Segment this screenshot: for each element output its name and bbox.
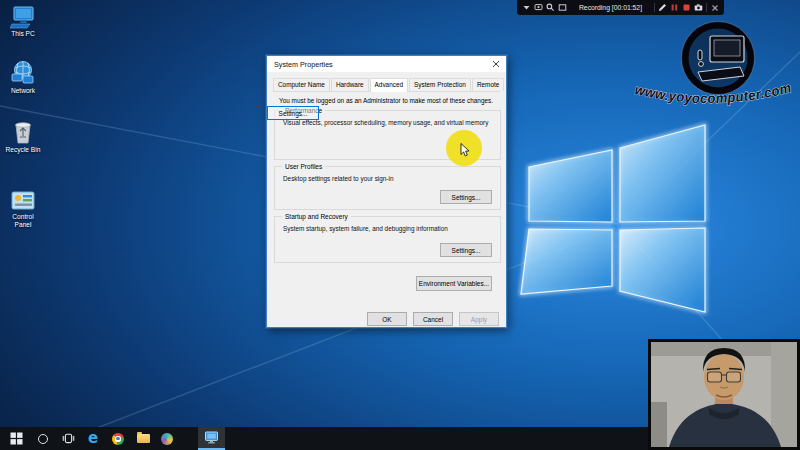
recycle-bin-icon: [1, 119, 45, 145]
task-view-icon: [62, 433, 75, 444]
dialog-close-icon[interactable]: [486, 56, 506, 72]
tab-computer-name[interactable]: Computer Name: [273, 78, 330, 91]
desktop-icon-label: Recycle Bin: [1, 146, 45, 154]
task-view-button[interactable]: [56, 427, 80, 450]
desktop-icon-label: Control Panel: [8, 213, 38, 228]
user-profiles-group: User Profiles Desktop settings related t…: [274, 166, 501, 210]
tab-remote[interactable]: Remote: [472, 78, 504, 91]
this-pc-icon: [1, 5, 45, 29]
desktop-icon-network[interactable]: Network: [1, 60, 45, 95]
webcam-icon[interactable]: [534, 3, 543, 12]
user-profiles-settings-button[interactable]: Settings...: [440, 190, 492, 204]
tab-advanced[interactable]: Advanced: [370, 78, 408, 92]
chrome-button[interactable]: [106, 427, 130, 450]
cancel-button[interactable]: Cancel: [413, 312, 453, 326]
panel-dropdown-icon[interactable]: [522, 3, 531, 12]
start-button[interactable]: [4, 427, 28, 450]
cortana-icon: [38, 434, 48, 444]
draw-pencil-icon[interactable]: [658, 3, 667, 12]
toolbar-close-icon[interactable]: [710, 3, 719, 12]
tab-hardware[interactable]: Hardware: [331, 78, 369, 91]
system-properties-taskbar-button[interactable]: [198, 427, 225, 450]
group-description: System startup, system failure, and debu…: [283, 225, 494, 232]
tab-system-protection[interactable]: System Protection: [409, 78, 471, 91]
mouse-cursor: [460, 143, 470, 157]
environment-variables-button[interactable]: Environment Variables...: [416, 276, 492, 291]
apply-button: Apply: [459, 312, 499, 326]
group-title: Startup and Recovery: [282, 213, 351, 220]
desktop-icon-label: This PC: [1, 30, 45, 38]
chrome-icon: [112, 433, 124, 445]
recording-status: Recording [00:01:52]: [570, 4, 651, 11]
ok-button[interactable]: OK: [367, 312, 407, 326]
desktop: Recording [00:01:52]: [0, 0, 800, 450]
system-properties-dialog: System Properties Computer Name Hardware…: [266, 55, 507, 328]
webcam-video: [651, 342, 797, 447]
network-icon: [1, 60, 45, 86]
file-explorer-button[interactable]: [131, 427, 155, 450]
cortana-button[interactable]: [31, 427, 55, 450]
group-title: User Profiles: [282, 163, 325, 170]
startup-recovery-settings-button[interactable]: Settings...: [440, 243, 492, 257]
dialog-tab-strip: Computer Name Hardware Advanced System P…: [273, 77, 500, 92]
toolbar-divider: [706, 3, 707, 12]
dialog-title: System Properties: [274, 60, 333, 69]
toolbar-divider: [654, 3, 655, 12]
group-description: Desktop settings related to your sign-in: [283, 175, 494, 182]
performance-settings-button[interactable]: Settings...: [267, 106, 319, 120]
pause-icon[interactable]: [670, 3, 679, 12]
edge-button[interactable]: e: [81, 427, 105, 450]
file-explorer-icon: [137, 434, 150, 443]
control-panel-icon: [1, 190, 45, 212]
group-description: Visual effects, processor scheduling, me…: [283, 119, 494, 126]
desktop-icon-label: Network: [1, 87, 45, 95]
screenshot-camera-icon[interactable]: [694, 3, 703, 12]
recorder-app-button[interactable]: [155, 427, 179, 450]
desktop-icon-this-pc[interactable]: This PC: [1, 5, 45, 38]
recording-toolbar: Recording [00:01:52]: [517, 0, 724, 15]
edge-icon: e: [88, 431, 98, 446]
windows-logo-icon: [10, 432, 23, 445]
recorder-app-icon: [161, 433, 173, 445]
webcam-overlay: [648, 339, 800, 450]
dialog-titlebar[interactable]: System Properties: [267, 56, 506, 72]
desktop-icon-control-panel[interactable]: Control Panel: [1, 190, 45, 228]
system-window-icon: [204, 431, 219, 444]
desktop-icon-recycle-bin[interactable]: Recycle Bin: [1, 119, 45, 154]
startup-recovery-group: Startup and Recovery System startup, sys…: [274, 216, 501, 263]
dialog-footer: OK Cancel Apply: [367, 312, 499, 326]
admin-notice: You must be logged on as an Administrato…: [279, 97, 500, 104]
zoom-icon[interactable]: [546, 3, 555, 12]
stop-record-icon[interactable]: [682, 3, 691, 12]
fullscreen-icon[interactable]: [558, 3, 567, 12]
